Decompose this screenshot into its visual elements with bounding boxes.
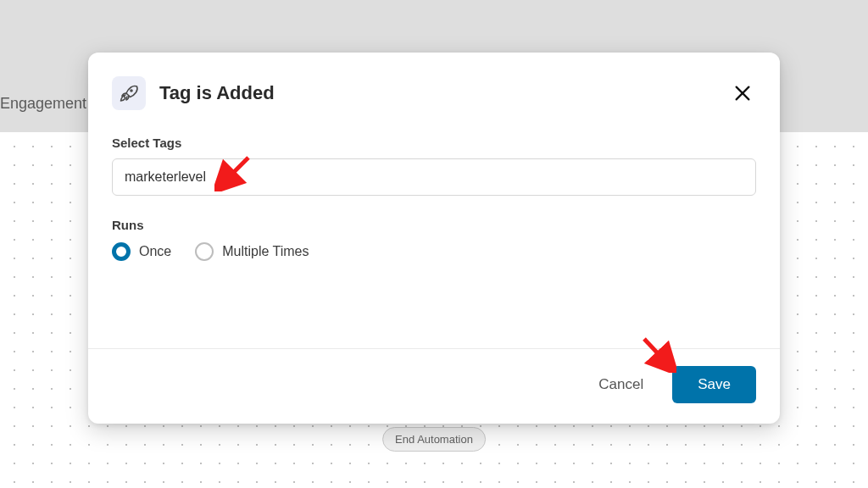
- cancel-button[interactable]: Cancel: [590, 369, 652, 400]
- modal-header: Tag is Added: [88, 53, 780, 119]
- tag-input-wrap[interactable]: [112, 158, 756, 196]
- close-button[interactable]: [729, 80, 756, 107]
- modal-overlay: Tag is Added Select Tags Runs Once: [0, 0, 868, 488]
- tag-added-modal: Tag is Added Select Tags Runs Once: [88, 53, 780, 424]
- radio-icon: [195, 242, 214, 261]
- runs-option-once-label: Once: [139, 244, 171, 259]
- radio-icon: [112, 242, 131, 261]
- runs-radio-group: Once Multiple Times: [112, 242, 756, 261]
- tag-input[interactable]: [125, 169, 743, 185]
- modal-title: Tag is Added: [159, 82, 729, 104]
- save-button[interactable]: Save: [672, 366, 756, 403]
- close-icon: [733, 84, 752, 103]
- svg-point-0: [131, 90, 132, 92]
- rocket-icon: [112, 76, 146, 110]
- runs-option-multiple-label: Multiple Times: [222, 244, 309, 259]
- runs-label: Runs: [112, 218, 756, 232]
- runs-option-multiple[interactable]: Multiple Times: [195, 242, 309, 261]
- select-tags-label: Select Tags: [112, 136, 756, 150]
- modal-body: Select Tags Runs Once Multiple Times: [88, 119, 780, 348]
- runs-option-once[interactable]: Once: [112, 242, 171, 261]
- modal-footer: Cancel Save: [88, 348, 780, 424]
